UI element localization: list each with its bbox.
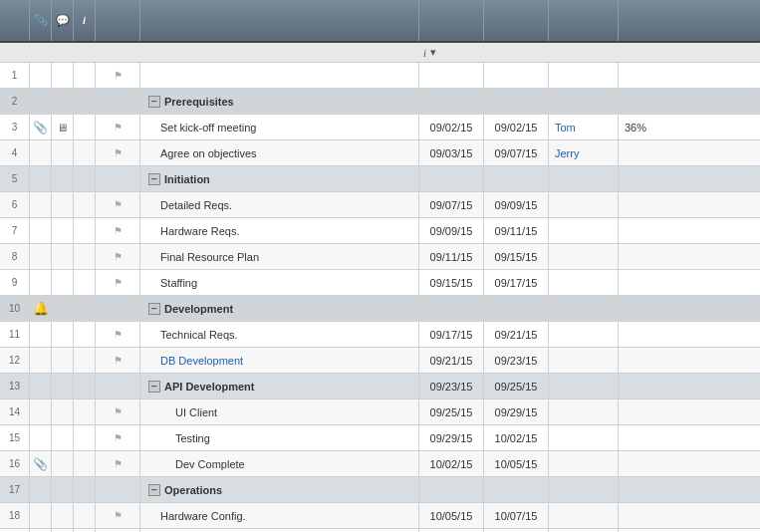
info-cell xyxy=(74,425,96,450)
start-date-cell: 09/07/15 xyxy=(419,192,484,217)
task-name-cell[interactable]: Agree on objectives xyxy=(140,140,419,165)
flag-cell xyxy=(96,477,140,502)
comment-cell xyxy=(52,296,74,321)
row-number: 7 xyxy=(0,218,30,243)
task-name-cell[interactable]: Hardware Config. xyxy=(140,503,419,528)
attach-cell xyxy=(30,322,52,347)
header-start-date xyxy=(419,0,484,41)
comment-cell xyxy=(52,270,74,295)
attach-cell: 📎 xyxy=(30,451,52,476)
end-date-cell: 09/11/15 xyxy=(484,218,549,243)
section-toggle[interactable]: − xyxy=(148,96,160,108)
info-cell xyxy=(74,503,96,528)
start-date-cell xyxy=(419,166,484,191)
info-cell xyxy=(74,89,96,114)
complete-cell xyxy=(619,296,690,321)
attach-cell xyxy=(30,218,52,243)
task-name: Agree on objectives xyxy=(160,147,257,159)
info-cell xyxy=(74,399,96,424)
attach-cell xyxy=(30,425,52,450)
start-date-cell: 10/02/15 xyxy=(419,451,484,476)
comment-cell xyxy=(52,451,74,476)
row-number: 16 xyxy=(0,451,30,476)
task-name-cell[interactable]: Staffing xyxy=(140,270,419,295)
task-name-cell[interactable]: Detailed Reqs. xyxy=(140,192,419,217)
section-name: Operations xyxy=(164,484,222,496)
table-row: 10🔔−Development xyxy=(0,296,760,322)
start-date-cell: 09/02/15 xyxy=(419,115,484,139)
flag-cell: ⚑ xyxy=(96,192,140,217)
task-name-cell[interactable] xyxy=(140,63,419,88)
complete-cell xyxy=(619,503,690,528)
start-date-cell xyxy=(419,89,484,114)
row-number: 5 xyxy=(0,166,30,191)
row-number: 6 xyxy=(0,192,30,217)
flag-icon: ⚑ xyxy=(114,458,123,469)
flag-icon: ⚑ xyxy=(114,70,123,81)
task-name-cell[interactable]: DB Development xyxy=(140,348,419,373)
header-at-risk xyxy=(96,0,140,41)
task-name-cell[interactable]: −Initiation xyxy=(140,166,419,191)
end-date-cell: 09/21/15 xyxy=(484,322,549,347)
start-date-cell xyxy=(419,63,484,88)
task-name-cell[interactable]: Final Resource Plan xyxy=(140,244,419,269)
assigned-to-cell xyxy=(549,166,619,191)
end-date-cell: 10/05/15 xyxy=(484,451,549,476)
flag-cell: ⚑ xyxy=(96,115,140,139)
comment-cell xyxy=(52,425,74,450)
table-row: 7⚑Hardware Reqs.09/09/1509/11/15 xyxy=(0,218,760,244)
section-name: API Development xyxy=(164,381,254,393)
task-name-cell[interactable]: Testing xyxy=(140,425,419,450)
assigned-to-name[interactable]: Jerry xyxy=(555,147,579,159)
comment-cell xyxy=(52,166,74,191)
header-assigned-to xyxy=(549,0,619,41)
comment-cell xyxy=(52,244,74,269)
task-name: UI Client xyxy=(175,406,217,418)
section-name: Development xyxy=(164,303,233,315)
flag-cell: ⚑ xyxy=(96,425,140,450)
section-toggle[interactable]: − xyxy=(148,381,160,393)
row-number: 17 xyxy=(0,477,30,502)
info-cell xyxy=(74,192,96,217)
section-toggle[interactable]: − xyxy=(148,484,160,496)
assigned-to-cell xyxy=(549,296,619,321)
end-date-cell xyxy=(484,63,549,88)
dropdown-icon[interactable]: ▾ xyxy=(430,46,436,59)
complete-cell xyxy=(619,477,690,502)
info-cell xyxy=(74,322,96,347)
info-cell xyxy=(74,348,96,373)
paperclip-icon: 📎 xyxy=(33,121,48,134)
section-toggle[interactable]: − xyxy=(148,173,160,185)
task-name-cell[interactable]: UI Client xyxy=(140,399,419,424)
task-name: Final Resource Plan xyxy=(160,251,259,263)
table-row: 3📎🖥⚑Set kick-off meeting09/02/1509/02/15… xyxy=(0,115,760,140)
task-name-cell[interactable]: Set kick-off meeting xyxy=(140,115,419,139)
task-name-cell[interactable]: −Prerequisites xyxy=(140,89,419,114)
complete-cell xyxy=(619,192,690,217)
assigned-to-cell: Jerry xyxy=(549,140,619,165)
flag-cell xyxy=(96,89,140,114)
task-name-cell[interactable]: Technical Reqs. xyxy=(140,322,419,347)
table-row: 5−Initiation xyxy=(0,166,760,192)
row-number: 13 xyxy=(0,374,30,399)
comment-cell xyxy=(52,63,74,88)
task-name-cell[interactable]: Dev Complete xyxy=(140,451,419,476)
header-info: i xyxy=(74,0,96,41)
task-grid: 📎 💬 i i ▾ 1⚑2−Prerequisites3📎🖥⚑Set kick-… xyxy=(0,0,760,532)
task-name: Staffing xyxy=(160,277,197,289)
info-cell xyxy=(74,296,96,321)
task-name: Technical Reqs. xyxy=(160,329,238,341)
section-toggle[interactable]: − xyxy=(148,303,160,315)
table-row: 9⚑Staffing09/15/1509/17/15 xyxy=(0,270,760,296)
flag-cell xyxy=(96,296,140,321)
attach-cell xyxy=(30,399,52,424)
subheader-row: i ▾ xyxy=(0,43,760,63)
attach-cell xyxy=(30,166,52,191)
task-name-cell[interactable]: Hardware Reqs. xyxy=(140,218,419,243)
flag-cell: ⚑ xyxy=(96,399,140,424)
row-number: 2 xyxy=(0,89,30,114)
task-name-cell[interactable]: −API Development xyxy=(140,374,419,399)
assigned-to-name[interactable]: Tom xyxy=(555,122,576,133)
task-name-cell[interactable]: −Development xyxy=(140,296,419,321)
task-name-cell[interactable]: −Operations xyxy=(140,477,419,502)
